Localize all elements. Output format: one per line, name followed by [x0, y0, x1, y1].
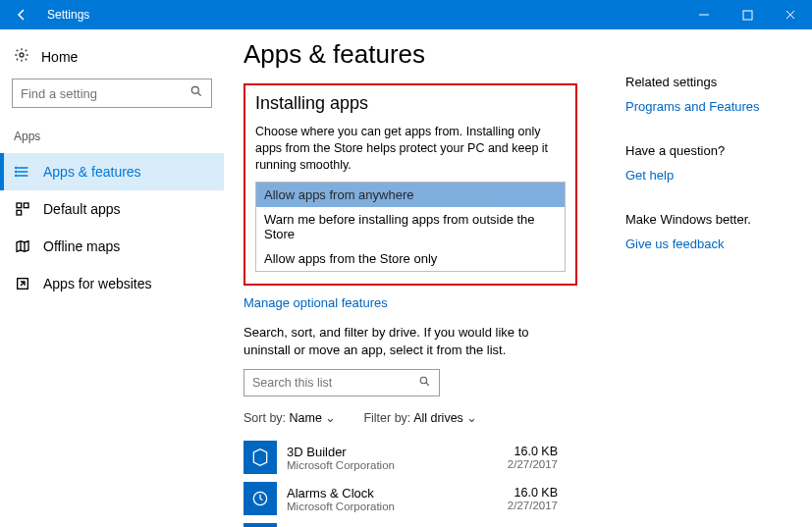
- apps-list-search[interactable]: [244, 369, 440, 396]
- sidebar-item-offline-maps[interactable]: Offline maps: [0, 228, 224, 265]
- svg-point-3: [16, 167, 17, 168]
- sort-by-control[interactable]: Sort by: Name ⌄: [244, 410, 336, 425]
- related-settings-title: Related settings: [625, 75, 798, 89]
- app-publisher: Microsoft Corporation: [287, 459, 508, 471]
- sidebar-item-default-apps[interactable]: Default apps: [0, 190, 224, 228]
- dropdown-option[interactable]: Allow apps from the Store only: [256, 246, 565, 271]
- app-icon: [244, 441, 277, 474]
- svg-point-1: [20, 53, 24, 57]
- svg-point-5: [16, 175, 17, 176]
- back-button[interactable]: [0, 0, 43, 29]
- filter-by-control[interactable]: Filter by: All drives ⌄: [363, 410, 477, 425]
- app-row[interactable]: Alarms & ClockMicrosoft Corporation 16.0…: [244, 478, 558, 519]
- sidebar: Home Apps Apps & features Default apps O…: [0, 29, 224, 527]
- have-question-title: Have a question?: [625, 143, 798, 158]
- app-icon: [244, 523, 277, 527]
- sidebar-item-apps-features[interactable]: Apps & features: [0, 153, 224, 190]
- page-title: Apps & features: [244, 39, 606, 70]
- home-label: Home: [41, 49, 78, 65]
- apps-list-search-input[interactable]: [252, 376, 418, 390]
- manage-optional-features-link[interactable]: Manage optional features: [244, 295, 606, 310]
- installing-apps-section: Installing apps Choose where you can get…: [244, 83, 577, 286]
- app-size: 16.0 KB: [508, 486, 558, 500]
- chevron-down-icon: ⌄: [466, 411, 477, 425]
- find-setting-input[interactable]: [21, 86, 189, 101]
- apps-list-help-text: Search, sort, and filter by drive. If yo…: [244, 324, 558, 359]
- sidebar-item-label: Offline maps: [43, 238, 120, 254]
- defaults-icon: [14, 201, 31, 217]
- maximize-button[interactable]: [726, 0, 769, 29]
- installing-apps-title: Installing apps: [255, 93, 566, 114]
- installing-apps-desc: Choose where you can get apps from. Inst…: [255, 124, 566, 174]
- svg-rect-0: [743, 11, 752, 20]
- titlebar: Settings: [0, 0, 812, 29]
- svg-rect-7: [24, 203, 28, 208]
- home-button[interactable]: Home: [0, 43, 224, 79]
- window-title: Settings: [43, 8, 682, 22]
- svg-point-2: [191, 86, 198, 93]
- app-date: 2/27/2017: [508, 458, 558, 470]
- app-row[interactable]: App InstallerMicrosoft Corporation 16.0 …: [244, 519, 558, 527]
- install-source-dropdown[interactable]: Allow apps from anywhere Warn me before …: [255, 182, 566, 272]
- app-name: 3D Builder: [287, 445, 508, 459]
- find-setting-search[interactable]: [12, 79, 212, 108]
- app-date: 2/27/2017: [508, 500, 558, 511]
- apps-list: 3D BuilderMicrosoft Corporation 16.0 KB2…: [244, 437, 558, 527]
- svg-point-10: [420, 377, 427, 384]
- main-pane: Apps & features Installing apps Choose w…: [224, 29, 625, 527]
- filter-value: All drives: [413, 411, 463, 425]
- list-icon: [14, 164, 31, 180]
- app-publisher: Microsoft Corporation: [287, 501, 508, 512]
- svg-point-4: [16, 171, 17, 172]
- svg-rect-8: [17, 210, 22, 215]
- map-icon: [14, 238, 31, 254]
- search-icon: [418, 374, 431, 392]
- app-icon: [244, 482, 277, 515]
- make-better-title: Make Windows better.: [625, 212, 798, 227]
- link-icon: [14, 276, 31, 291]
- filter-label: Filter by:: [363, 411, 410, 425]
- chevron-down-icon: ⌄: [325, 411, 336, 425]
- search-icon: [189, 84, 203, 102]
- get-help-link[interactable]: Get help: [625, 168, 674, 183]
- close-button[interactable]: [769, 0, 812, 29]
- sidebar-category: Apps: [0, 124, 224, 153]
- minimize-button[interactable]: [682, 0, 726, 29]
- sidebar-item-label: Default apps: [43, 201, 121, 217]
- dropdown-option[interactable]: Allow apps from anywhere: [256, 183, 565, 207]
- app-name: Alarms & Clock: [287, 486, 508, 501]
- sidebar-item-label: Apps & features: [43, 164, 141, 180]
- sidebar-item-label: Apps for websites: [43, 276, 152, 291]
- programs-features-link[interactable]: Programs and Features: [625, 99, 760, 114]
- app-size: 16.0 KB: [508, 445, 558, 458]
- dropdown-option[interactable]: Warn me before installing apps from outs…: [256, 207, 565, 246]
- gear-icon: [14, 47, 29, 67]
- sort-value: Name: [290, 411, 322, 425]
- sort-label: Sort by:: [244, 411, 286, 425]
- app-row[interactable]: 3D BuilderMicrosoft Corporation 16.0 KB2…: [244, 437, 558, 478]
- svg-rect-6: [17, 203, 22, 208]
- feedback-link[interactable]: Give us feedback: [625, 237, 724, 251]
- right-column: Related settings Programs and Features H…: [625, 29, 812, 527]
- sidebar-item-apps-websites[interactable]: Apps for websites: [0, 265, 224, 302]
